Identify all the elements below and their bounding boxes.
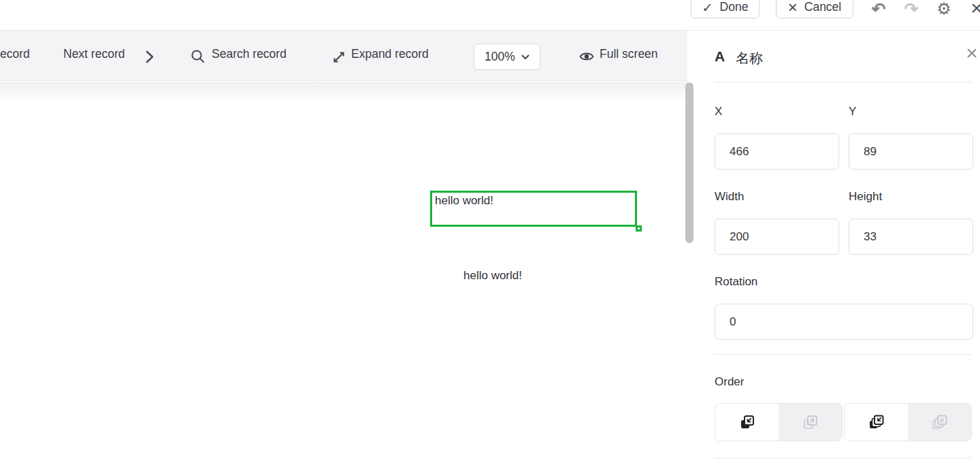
bring-to-front-button[interactable] bbox=[908, 404, 971, 441]
next-record-button[interactable]: Next record bbox=[63, 47, 125, 61]
order-group-all bbox=[844, 403, 972, 441]
send-backward-button[interactable] bbox=[715, 404, 779, 441]
bring-forward-icon bbox=[802, 414, 819, 430]
rotation-field[interactable] bbox=[715, 304, 973, 340]
panel-title: 名称 bbox=[736, 49, 763, 67]
divider bbox=[715, 354, 972, 355]
width-field-label: Width bbox=[715, 190, 744, 204]
scrollbar-thumb[interactable] bbox=[685, 82, 693, 243]
canvas-text-item[interactable]: hello world! bbox=[463, 269, 522, 283]
x-field-label: X bbox=[715, 105, 722, 118]
check-icon: ✓ bbox=[702, 1, 713, 14]
chevron-down-icon bbox=[521, 54, 529, 60]
bring-forward-button[interactable] bbox=[779, 404, 842, 441]
height-field-label: Height bbox=[849, 190, 882, 204]
send-to-back-icon bbox=[868, 414, 885, 430]
width-field[interactable] bbox=[715, 219, 839, 255]
divider bbox=[715, 458, 972, 458]
window-close-icon[interactable]: × bbox=[967, 0, 980, 18]
expand-record-button[interactable]: Expand record bbox=[351, 47, 429, 61]
prev-record-button[interactable]: ecord bbox=[0, 47, 30, 61]
cancel-button-label: Cancel bbox=[804, 0, 841, 14]
text-element-icon: A bbox=[715, 48, 725, 65]
send-backward-icon bbox=[739, 414, 755, 430]
redo-icon[interactable]: ↷ bbox=[902, 0, 921, 18]
design-canvas[interactable]: hello world! hello world! bbox=[0, 100, 687, 476]
top-bar: ✓ Done × Cancel ↶ ↷ ⚙ × bbox=[0, 0, 980, 31]
toolbar-shadow bbox=[0, 82, 687, 100]
cancel-button[interactable]: × Cancel bbox=[776, 0, 853, 18]
rotation-field-label: Rotation bbox=[715, 275, 757, 289]
properties-panel: A 名称 × X Y Width Height Rotation Order bbox=[696, 31, 980, 476]
app-window: ✓ Done × Cancel ↶ ↷ ⚙ × ecord Next recor… bbox=[0, 0, 980, 476]
zoom-select[interactable]: 100% bbox=[474, 44, 540, 70]
order-section-label: Order bbox=[715, 375, 744, 389]
close-icon: × bbox=[788, 0, 798, 14]
done-button-label: Done bbox=[720, 0, 749, 14]
y-field-label: Y bbox=[849, 105, 856, 118]
divider bbox=[715, 82, 972, 82]
settings-gear-icon[interactable]: ⚙ bbox=[934, 0, 953, 18]
selected-textbox[interactable]: hello world! bbox=[430, 191, 637, 227]
resize-handle[interactable] bbox=[636, 225, 642, 232]
record-toolbar: ecord Next record Search record Expand r… bbox=[0, 31, 687, 81]
scrollbar[interactable] bbox=[684, 81, 696, 476]
send-to-back-button[interactable] bbox=[845, 404, 908, 441]
selected-textbox-text: hello world! bbox=[435, 194, 493, 208]
eye-icon bbox=[579, 51, 594, 62]
fullscreen-button[interactable]: Full screen bbox=[600, 47, 658, 61]
y-field[interactable] bbox=[849, 133, 973, 170]
chevron-right-icon[interactable] bbox=[146, 50, 154, 63]
expand-icon bbox=[332, 50, 346, 64]
order-group-single bbox=[715, 403, 843, 441]
height-field[interactable] bbox=[849, 219, 973, 255]
search-icon bbox=[191, 49, 205, 63]
panel-close-icon[interactable]: × bbox=[961, 43, 980, 65]
search-record-button[interactable]: Search record bbox=[212, 47, 287, 61]
undo-icon[interactable]: ↶ bbox=[869, 0, 888, 18]
bring-to-front-icon bbox=[932, 414, 948, 430]
done-button[interactable]: ✓ Done bbox=[691, 0, 760, 18]
zoom-value: 100% bbox=[485, 50, 515, 64]
x-field[interactable] bbox=[715, 133, 839, 170]
